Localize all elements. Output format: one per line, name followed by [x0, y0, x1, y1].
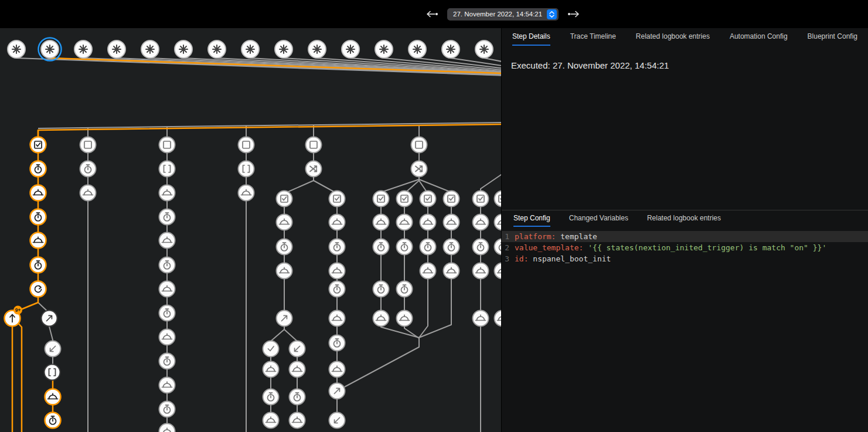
trace-node-timer[interactable]: [159, 402, 175, 417]
trace-node-dome[interactable]: [473, 263, 489, 279]
trace-node-timer[interactable]: [290, 389, 305, 405]
trace-node-dome[interactable]: [159, 233, 175, 249]
trace-node-ne[interactable]: [42, 311, 57, 326]
trace-node-dome[interactable]: [444, 215, 459, 230]
trace-node-asterisk[interactable]: [342, 40, 359, 58]
tab-changed-variables[interactable]: Changed Variables: [569, 210, 628, 227]
trace-node-dome[interactable]: [473, 311, 489, 326]
trace-node-br[interactable]: [45, 365, 60, 380]
trace-node-timer[interactable]: [159, 257, 175, 273]
trace-node-br[interactable]: [159, 161, 175, 177]
trace-node-dome[interactable]: [444, 263, 459, 279]
trace-node-dome[interactable]: [159, 281, 175, 297]
trace-node-asterisk[interactable]: [308, 40, 326, 58]
trace-node-ne[interactable]: [329, 383, 345, 399]
trace-node-timer[interactable]: [263, 389, 279, 405]
trace-node-sq[interactable]: [239, 137, 254, 153]
trace-node-timer[interactable]: [80, 161, 96, 177]
trace-node-timer[interactable]: [420, 239, 436, 255]
trace-node-cb[interactable]: [30, 137, 46, 153]
trace-node-dome[interactable]: [263, 362, 279, 377]
trace-node-sw[interactable]: [45, 341, 61, 357]
trace-node-cb[interactable]: [329, 191, 345, 207]
tab-step-related-logbook-entries[interactable]: Related logbook entries: [647, 210, 721, 227]
trace-node-sw[interactable]: [290, 341, 305, 357]
trace-node-timer[interactable]: [444, 239, 459, 255]
trace-node-dome[interactable]: [30, 185, 46, 201]
previous-run-button[interactable]: [424, 9, 440, 19]
trace-node-cb[interactable]: [444, 191, 459, 207]
trace-node-dome[interactable]: [329, 263, 345, 279]
trace-node-sq[interactable]: [411, 137, 427, 153]
trace-node-dome[interactable]: [239, 185, 254, 201]
trace-node-dome[interactable]: [290, 413, 305, 428]
trace-node-timer[interactable]: [373, 239, 389, 255]
trace-node-chk[interactable]: [263, 341, 279, 357]
trace-node-asterisk[interactable]: [8, 40, 25, 58]
trace-node-dome[interactable]: [373, 215, 389, 230]
trace-node-rep[interactable]: [30, 281, 46, 297]
trace-node-sw[interactable]: [329, 413, 345, 428]
trace-node-dome[interactable]: [329, 362, 345, 377]
trace-node-cb[interactable]: [277, 191, 292, 207]
trace-node-timer[interactable]: [329, 281, 345, 297]
trace-node-dome[interactable]: [473, 215, 489, 230]
trace-node-timer[interactable]: [30, 161, 46, 177]
trace-node-dome[interactable]: [263, 413, 279, 428]
trace-node-asterisk[interactable]: [375, 40, 393, 58]
trace-node-up[interactable]: 9+: [5, 306, 23, 326]
trace-node-asterisk[interactable]: [175, 40, 192, 58]
tab-step-details[interactable]: Step Details: [512, 28, 550, 46]
tab-related-logbook-entries[interactable]: Related logbook entries: [636, 28, 710, 46]
trace-node-dome[interactable]: [159, 424, 175, 432]
trace-node-asterisk[interactable]: [241, 40, 259, 58]
trace-node-asterisk[interactable]: [475, 40, 493, 58]
trace-node-sq[interactable]: [80, 137, 96, 153]
run-picker-select[interactable]: 27. November 2022, 14:54:21: [447, 8, 559, 21]
trace-node-par[interactable]: [306, 161, 322, 177]
trace-node-timer[interactable]: [159, 305, 175, 321]
trace-node-timer[interactable]: [30, 257, 46, 273]
step-config-code[interactable]: 1platform: template2value_template: '{{ …: [502, 231, 868, 264]
trace-node-dome[interactable]: [373, 311, 389, 326]
trace-node-dome[interactable]: [30, 233, 46, 249]
trace-node-dome[interactable]: [159, 377, 175, 393]
trace-node-br[interactable]: [239, 161, 254, 177]
trace-node-cb[interactable]: [397, 191, 413, 207]
trace-node-dome[interactable]: [290, 362, 305, 377]
trace-node-cb[interactable]: [473, 191, 489, 207]
trace-node-timer[interactable]: [277, 239, 292, 255]
trace-node-dome[interactable]: [329, 215, 345, 230]
trace-node-timer[interactable]: [373, 281, 389, 297]
trace-node-dome[interactable]: [397, 215, 413, 230]
trace-node-dome[interactable]: [80, 185, 96, 201]
trace-node-timer[interactable]: [45, 413, 61, 428]
trace-node-asterisk[interactable]: [39, 38, 62, 61]
trace-node-timer[interactable]: [159, 353, 175, 369]
trace-node-timer[interactable]: [397, 239, 413, 255]
trace-node-asterisk[interactable]: [409, 40, 426, 58]
tab-automation-config[interactable]: Automation Config: [730, 28, 788, 46]
trace-node-ne[interactable]: [277, 311, 292, 326]
trace-node-dome[interactable]: [277, 215, 292, 230]
trace-node-timer[interactable]: [397, 281, 413, 297]
trace-node-sq[interactable]: [159, 137, 175, 153]
trace-node-asterisk[interactable]: [275, 40, 292, 58]
tab-step-config[interactable]: Step Config: [513, 210, 550, 227]
trace-node-sq[interactable]: [306, 137, 322, 153]
trace-node-asterisk[interactable]: [74, 40, 92, 58]
tab-trace-timeline[interactable]: Trace Timeline: [570, 28, 616, 46]
trace-node-timer[interactable]: [159, 209, 175, 225]
trace-node-dome[interactable]: [159, 329, 175, 345]
trace-node-timer[interactable]: [30, 209, 46, 225]
tab-blueprint-config[interactable]: Blueprint Config: [808, 28, 857, 46]
trace-node-dome[interactable]: [159, 185, 175, 201]
trace-node-dome[interactable]: [397, 311, 413, 326]
trace-node-asterisk[interactable]: [108, 40, 125, 58]
trace-node-par[interactable]: [411, 161, 427, 177]
trace-node-asterisk[interactable]: [141, 40, 159, 58]
trace-node-dome[interactable]: [420, 215, 436, 230]
trace-node-dome[interactable]: [45, 389, 61, 405]
trace-graph[interactable]: 9+: [0, 28, 502, 432]
trace-node-timer[interactable]: [329, 239, 345, 255]
